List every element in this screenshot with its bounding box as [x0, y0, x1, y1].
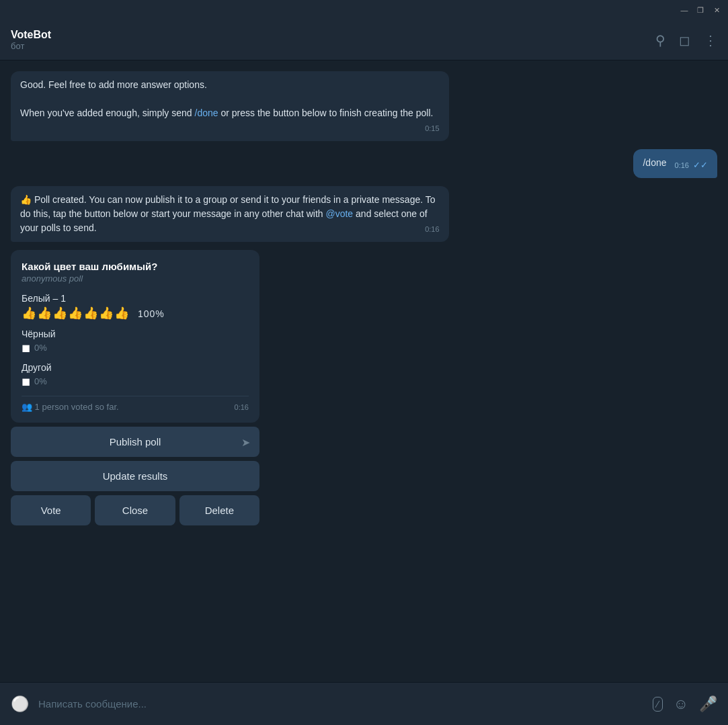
option-3-emoji: ◼	[22, 375, 30, 388]
publish-label: Publish poll	[110, 436, 161, 447]
option-2-emoji: ◼	[22, 341, 30, 354]
update-results-button[interactable]: Update results	[11, 461, 259, 491]
emoji-icon[interactable]: ☺	[674, 695, 688, 713]
share-icon: ➤	[241, 435, 250, 448]
header-icons: ⚲ ◻ ⋮	[655, 32, 717, 48]
option-3-name: Другой	[22, 362, 249, 373]
voice-icon[interactable]: 🎤	[699, 695, 717, 713]
option-3-pct: 0%	[34, 376, 58, 386]
outgoing-bubble: /done 0:16 ✓✓	[633, 149, 717, 179]
message-row-2: 👍 Poll created. You can now publish it t…	[11, 186, 717, 242]
message-timestamp: 0:15	[425, 123, 439, 134]
poll-btn-row: Vote Close Delete	[11, 495, 259, 525]
update-label: Update results	[103, 470, 168, 482]
message-input[interactable]	[38, 698, 643, 710]
ts: 0:16	[675, 161, 689, 169]
incoming-bubble-2: 👍 Poll created. You can now publish it t…	[11, 186, 449, 242]
close-button[interactable]: ✕	[711, 4, 723, 16]
outgoing-text: /done	[643, 157, 666, 168]
chat-header: VoteBot бот ⚲ ◻ ⋮	[0, 20, 728, 60]
delete-label: Delete	[205, 505, 234, 516]
poll-option-1: Белый – 1 👍👍👍👍👍👍👍 100%	[22, 293, 249, 321]
sidebar-icon[interactable]: ◻	[679, 32, 690, 48]
publish-poll-button[interactable]: Publish poll ➤	[11, 427, 259, 457]
attach-icon[interactable]: ⚪	[11, 695, 29, 713]
outgoing-timestamp: 0:16 ✓✓	[675, 159, 708, 172]
message-row-outgoing: /done 0:16 ✓✓	[11, 149, 717, 179]
poll-buttons: Publish poll ➤ Update results Vote Close…	[11, 427, 259, 525]
poll-footer: 👥 1 person voted so far. 0:16	[22, 396, 249, 412]
more-icon[interactable]: ⋮	[704, 32, 717, 48]
option-1-emoji: 👍👍👍👍👍👍👍 100%	[22, 306, 249, 321]
option-3-bar-row: ◼ 0%	[22, 375, 249, 388]
poll-option-2: Чёрный ◼ 0%	[22, 329, 249, 354]
search-icon[interactable]: ⚲	[655, 32, 665, 48]
minimize-button[interactable]: —	[678, 4, 690, 16]
done-link[interactable]: /done	[195, 108, 218, 118]
chat-header-info: VoteBot бот	[11, 29, 655, 51]
poll-option-3: Другой ◼ 0%	[22, 362, 249, 388]
poll-type: anonymous poll	[22, 273, 249, 284]
incoming-bubble-1: Good. Feel free to add more answer optio…	[11, 71, 449, 141]
option-1-name: Белый – 1	[22, 293, 249, 304]
poll-voters: 👥 1 person voted so far.	[22, 402, 119, 412]
maximize-button[interactable]: ❐	[694, 4, 706, 16]
message-row: Good. Feel free to add more answer optio…	[11, 71, 717, 141]
option-2-bar-row: ◼ 0%	[22, 341, 249, 354]
commands-icon[interactable]: ⁄	[653, 697, 662, 712]
close-button-poll[interactable]: Close	[95, 495, 175, 525]
input-area: ⚪ ⁄ ☺ 🎤	[0, 682, 728, 725]
titlebar: — ❐ ✕	[0, 0, 728, 20]
bot-name: VoteBot	[11, 29, 655, 41]
poll-timestamp: 0:16	[235, 403, 249, 411]
vote-link[interactable]: @vote	[325, 208, 353, 219]
chat-area: Good. Feel free to add more answer optio…	[0, 60, 728, 682]
bot-subtitle: бот	[11, 41, 655, 51]
right-icons: ⁄ ☺ 🎤	[653, 695, 717, 713]
delete-button[interactable]: Delete	[179, 495, 259, 525]
poll-card: Какой цвет ваш любимый? anonymous poll Б…	[11, 250, 259, 423]
option-2-pct: 0%	[34, 343, 58, 353]
close-label: Close	[122, 505, 148, 516]
option-1-pct: 100%	[138, 308, 165, 319]
vote-button[interactable]: Vote	[11, 495, 91, 525]
msg3-timestamp: 0:16	[425, 224, 439, 235]
poll-question: Какой цвет ваш любимый?	[22, 261, 249, 272]
option-2-name: Чёрный	[22, 329, 249, 339]
poll-wrapper: Какой цвет ваш любимый? anonymous poll Б…	[11, 250, 717, 525]
tick-marks: ✓✓	[693, 160, 708, 170]
vote-label: Vote	[41, 505, 61, 516]
